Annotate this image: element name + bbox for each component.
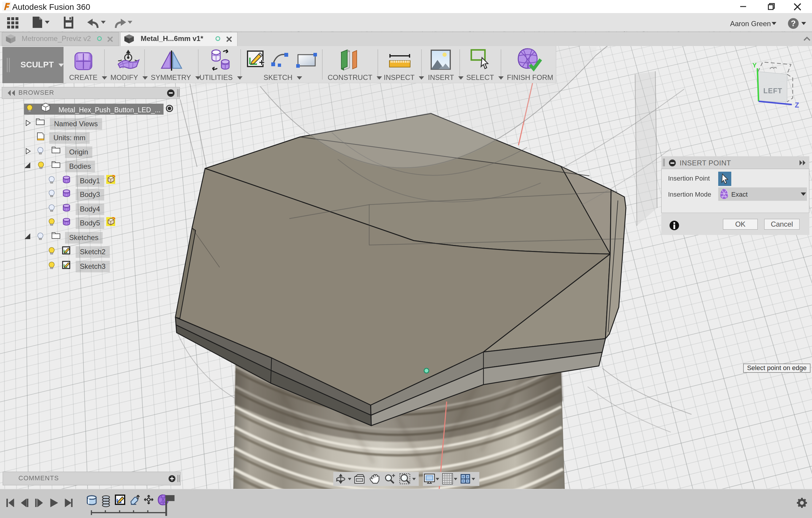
svg-text:Y: Y xyxy=(752,61,757,69)
svg-text:LEFT: LEFT xyxy=(763,87,782,95)
svg-text:Z: Z xyxy=(795,101,799,109)
